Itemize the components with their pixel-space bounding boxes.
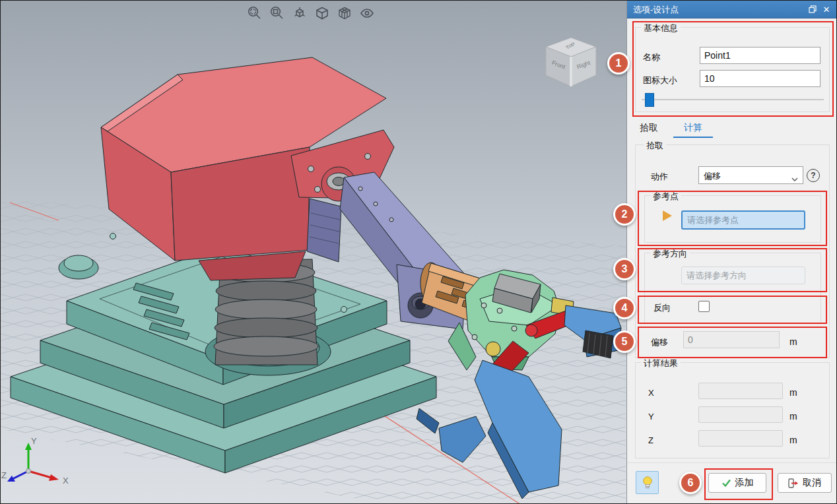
name-field[interactable] [700,47,820,64]
name-label: 名称 [643,51,660,63]
check-icon [721,478,731,488]
exit-icon [788,478,799,488]
axis-triad: Y X Z [1,431,80,503]
step-badge-1: 1 [607,52,630,75]
result-z-label: Z [648,435,653,445]
action-dropdown[interactable]: 偏移 [698,166,803,184]
viewport-3d[interactable]: Top Front Right Y X Z [1,1,626,503]
offset-label: 偏移 [651,336,668,348]
icon-size-slider[interactable] [642,93,824,106]
cells-view-icon[interactable] [336,5,353,22]
zoom-fit-icon[interactable] [246,5,263,22]
tab-calc[interactable]: 计算 [673,122,713,134]
step-badge-5: 5 [613,331,636,353]
results-group-label: 计算结果 [641,358,681,369]
scene-canvas[interactable] [1,1,626,503]
cancel-button[interactable]: 取消 [778,473,832,493]
result-y-label: Y [648,412,654,422]
icon-size-label: 图标大小 [643,75,677,86]
step-badge-3: 3 [613,258,636,280]
reference-direction-group: 参考方向 [644,253,821,323]
hint-bulb-button[interactable] [636,471,659,494]
reference-direction-input[interactable] [681,267,805,284]
reference-direction-group-label: 参考方向 [650,248,690,260]
triad-y-label: Y [31,436,37,446]
options-panel: 选项-设计点 ✕ 基本信息 名称 图标大小 拾取 计算 拾取 动作 [626,1,836,503]
help-icon[interactable]: ? [807,169,820,182]
result-y-unit: m [789,411,797,422]
lightbulb-icon [642,476,653,490]
tab-pick[interactable]: 拾取 [640,122,658,134]
slider-track[interactable] [642,99,824,100]
reference-point-input[interactable] [681,210,805,230]
reverse-checkbox[interactable] [698,301,710,312]
reference-point-group-label: 参考点 [650,191,681,203]
pick-active-icon[interactable] [663,210,672,221]
add-button-label: 添加 [735,477,754,489]
result-y-field[interactable] [698,406,783,423]
pick-group-label: 拾取 [644,140,666,152]
action-label: 动作 [651,171,668,183]
offset-unit: m [789,336,797,347]
chevron-down-icon [791,173,798,183]
reverse-label: 反向 [653,302,671,314]
action-dropdown-value: 偏移 [704,170,721,182]
viewport-toolbar [246,5,376,24]
slider-handle[interactable] [645,93,654,107]
cancel-button-label: 取消 [803,477,821,489]
result-x-field[interactable] [698,383,783,399]
tab-active-underline [673,137,713,138]
panel-title: 选项-设计点 [633,4,679,16]
add-button[interactable]: 添加 [708,473,766,493]
offset-field[interactable] [683,331,780,348]
solid-view-icon[interactable] [314,5,331,22]
result-z-field[interactable] [698,430,783,447]
result-x-label: X [648,388,654,398]
close-icon[interactable]: ✕ [821,4,832,15]
app-window: Top Front Right Y X Z 选项-设计点 ✕ [0,0,837,504]
float-window-icon[interactable] [807,4,818,15]
panel-titlebar: 选项-设计点 ✕ [627,1,836,18]
step-badge-6: 6 [679,472,702,494]
footer-separator [627,462,837,463]
icon-size-field[interactable] [700,70,820,87]
visibility-icon[interactable] [358,5,376,22]
step-badge-2: 2 [613,203,636,226]
triad-x-label: X [63,476,69,486]
zoom-area-icon[interactable] [269,5,286,22]
step-badge-4: 4 [613,297,636,319]
basic-info-group-label: 基本信息 [641,22,681,34]
view-cube[interactable]: Top Front Right [541,35,601,93]
triad-z-label: Z [1,470,7,480]
result-z-unit: m [789,435,797,445]
result-x-unit: m [789,387,797,398]
iso-view-icon[interactable] [291,5,308,22]
